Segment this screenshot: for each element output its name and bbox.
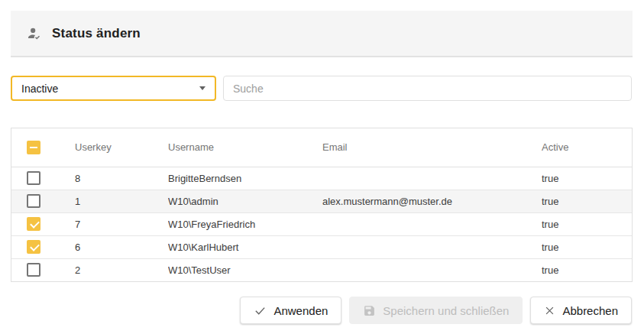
col-header-userkey: Userkey <box>75 128 168 167</box>
row-username: W10\TestUser <box>168 258 322 281</box>
row-checkbox-cell <box>11 167 75 190</box>
action-bar: Anwenden Speichern und schließen Abbrech… <box>240 297 632 324</box>
row-checkbox-cell <box>11 235 75 258</box>
row-username: BrigitteBerndsen <box>168 167 322 190</box>
save-close-button[interactable]: Speichern und schließen <box>349 297 523 324</box>
row-checkbox-cell <box>11 258 75 281</box>
row-userkey: 7 <box>75 212 168 235</box>
row-username: W10\KarlHubert <box>168 235 322 258</box>
row-userkey: 2 <box>75 258 168 281</box>
row-checkbox-cell <box>11 212 75 235</box>
row-checkbox[interactable] <box>27 171 40 185</box>
panel-header: Status ändern <box>11 11 633 57</box>
row-username: W10\admin <box>168 190 322 212</box>
table-row: 1W10\adminalex.mustermann@muster.detrue <box>11 190 632 212</box>
status-select-value: Inactive <box>21 83 58 95</box>
row-username: W10\FreyaFriedrich <box>168 212 322 235</box>
row-userkey: 6 <box>75 235 168 258</box>
row-checkbox[interactable] <box>27 240 40 254</box>
table-row: 2W10\TestUsertrue <box>11 258 632 281</box>
row-active: true <box>542 190 632 212</box>
row-checkbox[interactable] <box>27 217 40 231</box>
close-icon <box>544 305 555 316</box>
row-checkbox[interactable] <box>27 194 40 208</box>
select-all-checkbox[interactable] <box>27 141 40 154</box>
table-header-row: Userkey Username Email Active <box>11 128 632 167</box>
row-active: true <box>542 235 632 258</box>
save-icon <box>363 304 376 317</box>
user-table-body: 8BrigitteBerndsentrue1W10\adminalex.must… <box>11 167 632 281</box>
row-active: true <box>542 167 632 190</box>
save-close-button-label: Speichern und schließen <box>383 304 509 317</box>
change-status-panel: Status ändern Inactive Userkey Username … <box>0 0 644 334</box>
user-table-wrap: Userkey Username Email Active 8BrigitteB… <box>11 128 633 282</box>
row-email <box>322 235 542 258</box>
search-box <box>223 76 632 101</box>
cancel-button[interactable]: Abbrechen <box>530 297 632 324</box>
row-email <box>322 258 542 281</box>
row-email: alex.mustermann@muster.de <box>322 190 542 212</box>
row-active: true <box>542 258 632 281</box>
row-userkey: 1 <box>75 190 168 212</box>
table-row: 7W10\FreyaFriedrichtrue <box>11 212 632 235</box>
col-header-active: Active <box>542 128 632 167</box>
person-check-icon <box>26 25 43 42</box>
chevron-down-icon <box>199 86 205 90</box>
apply-button-label: Anwenden <box>273 304 328 317</box>
search-input[interactable] <box>233 83 622 95</box>
row-email <box>322 167 542 190</box>
user-table: Userkey Username Email Active 8BrigitteB… <box>11 128 632 281</box>
col-header-username: Username <box>168 128 322 167</box>
status-select[interactable]: Inactive <box>11 76 216 101</box>
row-email <box>322 212 542 235</box>
row-checkbox[interactable] <box>27 263 40 277</box>
col-header-email: Email <box>322 128 542 167</box>
row-active: true <box>542 212 632 235</box>
cancel-button-label: Abbrechen <box>562 304 618 317</box>
table-row: 8BrigitteBerndsentrue <box>11 167 632 190</box>
check-icon <box>254 304 267 317</box>
row-checkbox-cell <box>11 190 75 212</box>
table-row: 6W10\KarlHuberttrue <box>11 235 632 258</box>
row-userkey: 8 <box>75 167 168 190</box>
apply-button[interactable]: Anwenden <box>240 297 341 324</box>
page-title: Status ändern <box>52 26 141 41</box>
